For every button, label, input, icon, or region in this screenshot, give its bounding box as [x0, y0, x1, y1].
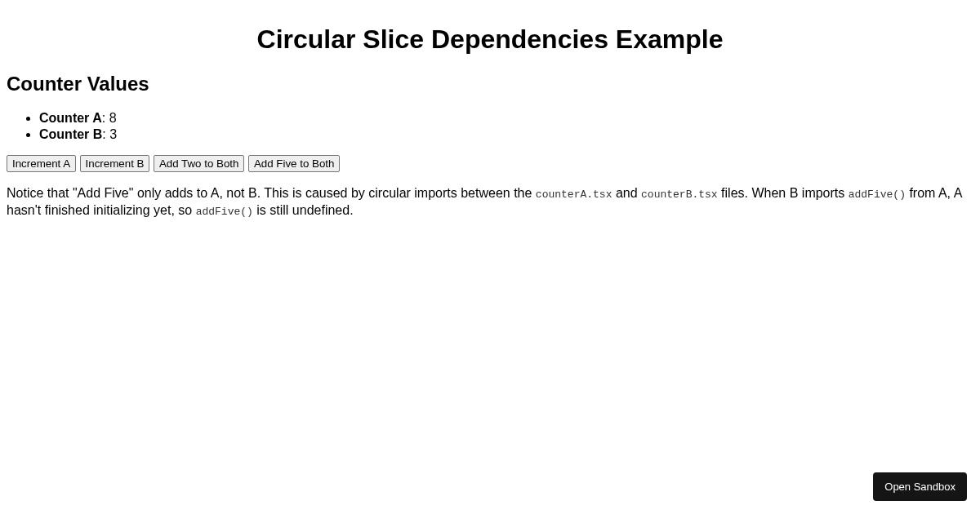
add-five-button[interactable]: Add Five to Both [248, 155, 341, 172]
counter-b-separator: : [102, 127, 109, 141]
page-title: Circular Slice Dependencies Example [7, 24, 973, 55]
increment-b-button[interactable]: Increment B [80, 155, 150, 172]
list-item: Counter A: 8 [39, 110, 973, 126]
description-text: files. When B imports [718, 186, 849, 200]
counter-a-label: Counter A [39, 111, 102, 125]
button-row: Increment A Increment B Add Two to Both … [7, 155, 973, 172]
counter-a-separator: : [102, 111, 109, 125]
code-function: addFive() [849, 188, 906, 201]
code-filename: counterB.tsx [641, 188, 718, 201]
counter-list: Counter A: 8 Counter B: 3 [7, 110, 973, 142]
increment-a-button[interactable]: Increment A [7, 155, 76, 172]
open-sandbox-button[interactable]: Open Sandbox [873, 472, 967, 501]
description-text: Notice that "Add Five" only adds to A, n… [7, 186, 536, 200]
counter-b-value: 3 [109, 127, 117, 141]
list-item: Counter B: 3 [39, 126, 973, 142]
description-paragraph: Notice that "Add Five" only adds to A, n… [7, 185, 973, 219]
counter-a-value: 8 [109, 111, 117, 125]
code-filename: counterA.tsx [536, 188, 612, 201]
code-function: addFive() [196, 206, 253, 218]
description-text: is still undefined. [253, 203, 354, 217]
counter-b-label: Counter B [39, 127, 102, 141]
description-text: and [612, 186, 641, 200]
section-heading: Counter Values [7, 73, 973, 95]
add-two-button[interactable]: Add Two to Both [154, 155, 245, 172]
